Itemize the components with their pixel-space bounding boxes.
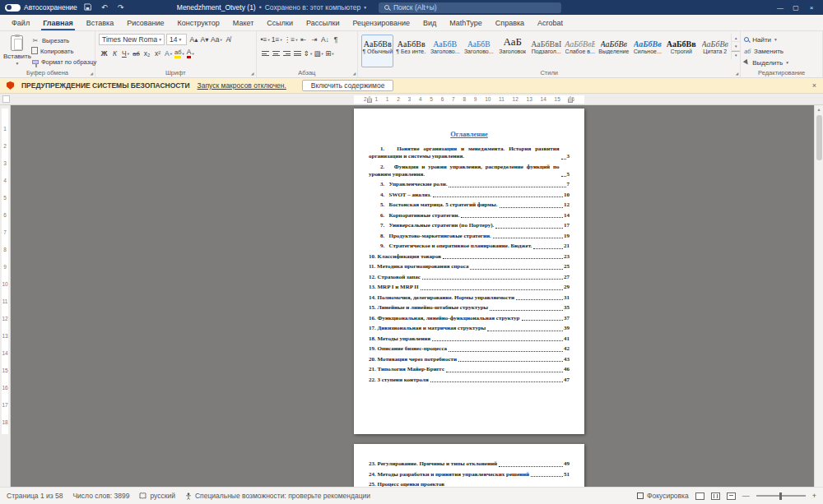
paste-button[interactable]: Вставить ▾ — [3, 34, 31, 67]
font-color-button[interactable]: А▾ — [185, 48, 196, 59]
line-spacing-button[interactable]: ⇕▾ — [303, 48, 314, 59]
font-dialog-launcher[interactable]: ◢ — [251, 72, 253, 76]
styles-scroll-down-button[interactable]: ▾ — [732, 42, 740, 50]
toc-entry[interactable]: 24. Методы разработки и принятия управле… — [369, 471, 570, 479]
document-page-1[interactable]: Оглавление 1. Понятие организации и мене… — [354, 109, 584, 434]
replace-button[interactable]: аб Заменить — [744, 46, 819, 56]
style-item-1[interactable]: АаБбВв¶ Обычный — [361, 35, 393, 67]
style-item-11[interactable]: АаБбВвЦитата 2 — [699, 35, 731, 67]
enable-content-button[interactable]: Включить содержимое — [302, 80, 394, 91]
scroll-up-icon[interactable]: ▲ — [817, 105, 821, 113]
style-item-7[interactable]: АаБбВвВСлабое в... — [564, 35, 596, 67]
ribbon-tab-references[interactable]: Ссылки — [260, 15, 300, 30]
styles-more-button[interactable]: ▾ — [732, 51, 740, 59]
minimize-button[interactable]: — — [774, 4, 787, 12]
style-item-3[interactable]: АаБбВЗаголово... — [429, 35, 461, 67]
toc-entry[interactable]: 19. Описание бизнес-процесса42 — [369, 345, 570, 353]
sort-button[interactable]: А↓ — [319, 34, 330, 45]
select-button[interactable]: Выделить ▾ — [744, 58, 819, 67]
ribbon-tab-draw[interactable]: Рисование — [120, 15, 170, 30]
align-justify-button[interactable] — [292, 48, 303, 59]
cut-button[interactable]: ✂ Вырезать — [31, 36, 96, 45]
styles-dialog-launcher[interactable]: ◢ — [736, 72, 738, 76]
style-item-5[interactable]: АаБЗаголовок — [496, 35, 528, 67]
toc-entry[interactable]: 15. Линейные и линейно-штабные структуры… — [369, 304, 570, 312]
ribbon-tab-mailings[interactable]: Рассылки — [300, 15, 346, 30]
align-right-button[interactable] — [281, 48, 292, 59]
text-highlight-button[interactable]: аб▾ — [174, 48, 185, 59]
text-effects-button[interactable]: А▾ — [163, 48, 174, 59]
undo-icon[interactable]: ↶ — [99, 3, 110, 12]
toc-entry[interactable]: 4. SWOT – анализ.10 — [369, 192, 570, 199]
toc-entry[interactable]: 20. Мотивация через потребности43 — [369, 356, 570, 363]
ribbon-tab-mathtype[interactable]: MathType — [443, 15, 489, 30]
ribbon-tab-view[interactable]: Вид — [416, 15, 443, 30]
toc-entry[interactable]: 2. Функции и уровни управления, распреде… — [369, 164, 570, 178]
styles-scroll-up-button[interactable]: ▴ — [732, 34, 740, 42]
toc-entry[interactable]: 8. Продуктово-маркетинговые стратегии.19 — [369, 233, 570, 240]
toc-entry[interactable]: 3. Управленческие роли.7 — [369, 181, 570, 188]
toc-entry[interactable]: 18. Методы управления41 — [369, 335, 570, 343]
toc-entry[interactable]: 13. MRP I и MRP II29 — [369, 284, 570, 291]
accessibility-status[interactable]: Специальные возможности: проверьте реком… — [185, 492, 370, 500]
subscript-button[interactable]: х₂ — [142, 48, 152, 59]
numbering-button[interactable]: 1≡▾ — [271, 34, 283, 45]
italic-button[interactable]: К — [109, 48, 120, 59]
page-indicator[interactable]: Страница 1 из 58 — [7, 492, 63, 500]
search-box[interactable]: Поиск (Alt+ы) — [379, 2, 561, 13]
format-painter-button[interactable]: Формат по образцу — [31, 58, 96, 67]
style-item-9[interactable]: АаБбВвСильное... — [631, 35, 663, 67]
toc-entry[interactable]: 7. Универсальные стратегии (по Портеру).… — [369, 222, 570, 229]
proofing-status[interactable]: русский — [139, 492, 175, 500]
toc-entry[interactable]: 23. Регулирование. Причины и типы отклон… — [369, 460, 570, 468]
toc-entry[interactable]: 6. Корпоративные стратегии.14 — [369, 212, 570, 220]
read-mode-button[interactable] — [695, 492, 704, 500]
show-marks-button[interactable]: ¶ — [330, 34, 341, 45]
focus-mode-button[interactable]: Фокусировка — [637, 492, 689, 500]
redo-icon[interactable]: ↷ — [115, 3, 127, 12]
zoom-slider-thumb[interactable] — [779, 492, 782, 500]
copy-button[interactable]: Копировать — [31, 47, 96, 56]
ribbon-tab-layout[interactable]: Макет — [226, 15, 260, 30]
zoom-out-button[interactable]: — — [742, 492, 750, 500]
ribbon-tab-review[interactable]: Рецензирование — [346, 15, 416, 30]
vertical-scrollbar[interactable]: ▲ — [814, 105, 823, 487]
grow-font-button[interactable]: А▴ — [188, 34, 199, 45]
scrollbar-thumb[interactable] — [816, 115, 822, 160]
autosave-control[interactable]: Автосохранение — [5, 3, 77, 12]
change-case-button[interactable]: Аа▾ — [210, 34, 223, 45]
bullets-button[interactable]: •≡▾ — [260, 34, 271, 45]
toc-entry[interactable]: 9. Стратегическое и оперативное планиров… — [369, 243, 570, 250]
ribbon-tab-acrobat[interactable]: Acrobat — [531, 15, 570, 30]
toc-entry[interactable]: 21. Типология Майер-Бриггс46 — [369, 366, 570, 373]
warning-message-link[interactable]: Запуск макросов отключен. — [198, 81, 286, 90]
toc-entry[interactable]: 14. Полномочия, делегирование. Нормы упр… — [369, 294, 570, 302]
ribbon-tab-insert[interactable]: Вставка — [80, 15, 120, 30]
toc-entry[interactable]: 16. Функциональная, линейно-функциональн… — [369, 315, 570, 322]
borders-button[interactable]: ⊞▾ — [324, 48, 335, 59]
toc-entry[interactable]: 1. Понятие организации и менеджмента. Ис… — [369, 146, 570, 160]
ruler-vertical[interactable]: 123456789101112131415161718 — [0, 105, 11, 487]
print-layout-button[interactable] — [711, 492, 720, 500]
maximize-button[interactable]: ▢ — [789, 4, 802, 12]
strikethrough-button[interactable]: аб — [131, 48, 142, 59]
shading-button[interactable]: ▨▾ — [314, 48, 324, 59]
word-count[interactable]: Число слов: 3899 — [72, 492, 129, 500]
decrease-indent-button[interactable]: ⇤ — [298, 34, 309, 45]
ribbon-tab-home[interactable]: Главная — [36, 15, 80, 30]
clear-formatting-button[interactable]: А̸ — [223, 34, 234, 45]
multilevel-list-button[interactable]: ⋮≡▾ — [283, 34, 299, 45]
zoom-in-button[interactable]: + — [812, 492, 816, 500]
style-item-2[interactable]: АаБбВв¶ Без инте... — [395, 35, 427, 67]
toc-entry[interactable]: 25. Процесс оценки проектов — [369, 481, 570, 487]
web-layout-button[interactable] — [727, 492, 736, 500]
style-item-8[interactable]: АаБбВвВыделение — [597, 35, 630, 67]
ribbon-tab-file[interactable]: Файл — [5, 15, 36, 30]
document-page-2[interactable]: 23. Регулирование. Причины и типы отклон… — [354, 444, 584, 487]
warning-close-icon[interactable]: × — [812, 81, 816, 90]
toc-entry[interactable]: 22. 3 ступени контроля47 — [369, 377, 570, 384]
toc-entry[interactable]: 11. Методика прогнозирования спроса25 — [369, 263, 570, 270]
bold-button[interactable]: Ж — [99, 48, 109, 59]
align-center-button[interactable] — [271, 48, 281, 59]
document-title[interactable]: Menedzhment_Otvety (1) • Сохранено в: эт… — [177, 3, 366, 12]
